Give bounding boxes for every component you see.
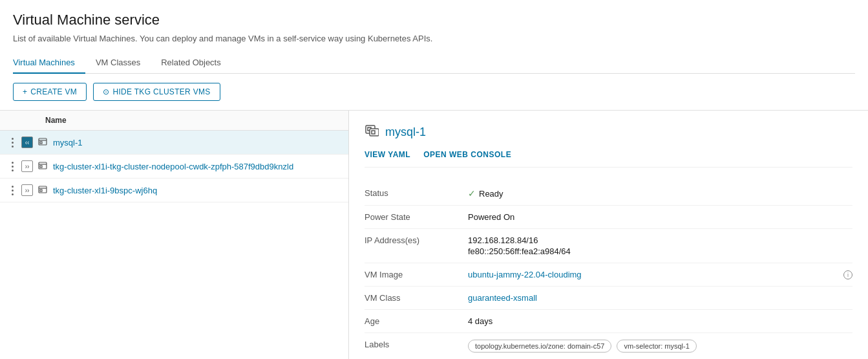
label-badge-1: topology.kubernetes.io/zone: domain-c57 xyxy=(468,340,611,353)
vm-image-label: VM Image xyxy=(365,270,468,279)
tab-related-objects[interactable]: Related Objects xyxy=(151,52,231,74)
detail-title[interactable]: mysql-1 xyxy=(385,125,426,139)
tab-vm-classes[interactable]: VM Classes xyxy=(85,52,151,74)
age-row: Age 4 days xyxy=(365,310,852,333)
detail-header: mysql-1 xyxy=(365,124,852,141)
vm-icon-tkg2 xyxy=(36,184,49,197)
svg-rect-5 xyxy=(40,166,42,168)
status-value: ✓ Ready xyxy=(468,188,852,199)
svg-rect-8 xyxy=(40,190,42,191)
expand-btn-tkg2[interactable]: ›› xyxy=(21,184,33,196)
vm-image-link[interactable]: ubuntu-jammy-22.04-cloudimg xyxy=(468,270,840,279)
power-state-label: Power State xyxy=(365,212,468,222)
ip-address-label: IP Address(es) xyxy=(365,235,468,245)
chevron-left-icon: ‹‹ xyxy=(25,139,30,146)
chevron-right-icon: ›› xyxy=(25,163,30,170)
page-title: Virtual Machine service xyxy=(13,12,855,28)
status-label: Status xyxy=(365,188,468,198)
labels-row: Labels topology.kubernetes.io/zone: doma… xyxy=(365,333,852,359)
list-header: Name xyxy=(0,111,348,131)
create-vm-label: CREATE VM xyxy=(30,87,77,96)
ready-icon: ✓ xyxy=(468,188,476,199)
labels-value: topology.kubernetes.io/zone: domain-c57 … xyxy=(468,340,852,353)
labels-label: Labels xyxy=(365,340,468,349)
row-expand-tkg1: ›› xyxy=(18,160,36,172)
expand-btn-tkg1[interactable]: ›› xyxy=(21,160,33,172)
ip-address-row: IP Address(es) 192.168.128.84/16 fe80::2… xyxy=(365,229,852,263)
tab-virtual-machines[interactable]: Virtual Machines xyxy=(13,52,85,74)
row-kebab-tkg1[interactable] xyxy=(6,162,18,171)
status-row: Status ✓ Ready xyxy=(365,182,852,206)
view-yaml-button[interactable]: VIEW YAML xyxy=(365,150,410,159)
vm-class-link[interactable]: guaranteed-xsmall xyxy=(468,293,852,303)
age-label: Age xyxy=(365,316,468,326)
detail-fields: Status ✓ Ready Power State Powered On IP… xyxy=(365,182,852,359)
open-console-button[interactable]: OPEN WEB CONSOLE xyxy=(423,150,511,159)
page-container: Virtual Machine service List of availabl… xyxy=(0,0,868,359)
detail-actions: VIEW YAML OPEN WEB CONSOLE xyxy=(365,150,852,168)
label-badge-2: vm-selector: mysql-1 xyxy=(617,340,696,353)
status-text: Ready xyxy=(479,189,503,199)
detail-vm-icon xyxy=(365,124,379,141)
vm-image-row: VM Image ubuntu-jammy-22.04-cloudimg i xyxy=(365,263,852,287)
page-header: Virtual Machine service List of availabl… xyxy=(0,0,868,74)
svg-rect-11 xyxy=(370,129,379,136)
vm-class-row: VM Class guaranteed-xsmall xyxy=(365,287,852,310)
row-expand-mysql1: ‹‹ xyxy=(18,136,36,148)
content-area: Name ‹‹ xyxy=(0,110,868,359)
power-state-value: Powered On xyxy=(468,212,852,222)
collapse-btn-mysql1[interactable]: ‹‹ xyxy=(21,136,33,148)
vm-icon-mysql1 xyxy=(36,136,49,149)
tabs-bar: Virtual Machines VM Classes Related Obje… xyxy=(13,52,855,74)
table-row[interactable]: ›› tkg-cluster-xl1i-tkg-cluster-nodepool… xyxy=(0,155,348,179)
col-name-header: Name xyxy=(45,116,342,125)
power-state-row: Power State Powered On xyxy=(365,206,852,229)
row-kebab-tkg2[interactable] xyxy=(6,186,18,195)
vm-list-panel: Name ‹‹ xyxy=(0,111,349,359)
svg-rect-2 xyxy=(40,142,42,144)
row-expand-tkg2: ›› xyxy=(18,184,36,196)
plus-icon: + xyxy=(23,87,27,96)
hide-tkg-label: HIDE TKG CLUSTER VMS xyxy=(112,87,210,96)
vm-class-label: VM Class xyxy=(365,293,468,303)
ip-address-value: 192.168.128.84/16 fe80::250:56ff:fea2:a9… xyxy=(468,235,852,256)
age-value: 4 days xyxy=(468,316,852,326)
toolbar: + CREATE VM ⊙ HIDE TKG CLUSTER VMS xyxy=(0,74,868,110)
vm-link-tkg1[interactable]: tkg-cluster-xl1i-tkg-cluster-nodepool-cw… xyxy=(53,162,293,171)
create-vm-button[interactable]: + CREATE VM xyxy=(13,83,87,101)
chevron-right-icon: ›› xyxy=(25,187,30,194)
vm-link-mysql1[interactable]: mysql-1 xyxy=(53,138,83,147)
vm-icon-tkg1 xyxy=(36,160,49,173)
ip-address-2: fe80::250:56ff:fea2:a984/64 xyxy=(468,246,852,256)
tkg-icon: ⊙ xyxy=(103,87,109,96)
vm-image-value: ubuntu-jammy-22.04-cloudimg i xyxy=(468,270,852,279)
table-row[interactable]: ›› tkg-cluster-xl1i-9bspc-wj6hq xyxy=(0,179,348,202)
page-description: List of available Virtual Machines. You … xyxy=(13,34,855,43)
detail-panel: mysql-1 VIEW YAML OPEN WEB CONSOLE Statu… xyxy=(349,111,868,359)
row-kebab-mysql1[interactable] xyxy=(6,138,18,147)
hide-tkg-button[interactable]: ⊙ HIDE TKG CLUSTER VMS xyxy=(93,83,220,101)
table-row[interactable]: ‹‹ mysql-1 xyxy=(0,131,348,155)
ip-address-1: 192.168.128.84/16 xyxy=(468,235,852,245)
info-icon[interactable]: i xyxy=(843,270,852,279)
vm-link-tkg2[interactable]: tkg-cluster-xl1i-9bspc-wj6hq xyxy=(53,186,157,195)
